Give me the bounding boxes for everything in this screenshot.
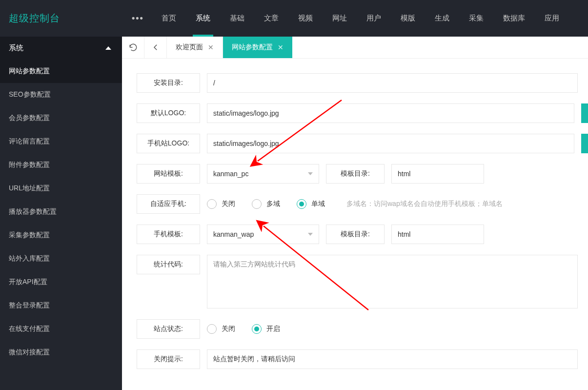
upload-mobile-logo-button[interactable]: [581, 134, 588, 153]
input-mobile-logo[interactable]: [207, 134, 574, 153]
radio-label: 开启: [266, 325, 280, 333]
sidebar-item-seo[interactable]: SEO参数配置: [0, 83, 122, 106]
select-mobile-template-value: kanman_wap: [213, 230, 254, 238]
row-site-status: 站点状态: 关闭 开启: [137, 319, 588, 339]
nav-home[interactable]: 首页: [152, 0, 186, 37]
radio-icon: [207, 324, 217, 334]
radio-status-on[interactable]: 开启: [252, 324, 280, 334]
tab-label: 网站参数配置: [232, 43, 273, 52]
tab-label: 欢迎页面: [176, 43, 203, 52]
sidebar-item-comment[interactable]: 评论留言配置: [0, 130, 122, 153]
sidebar-item-openapi[interactable]: 开放API配置: [0, 270, 122, 294]
label-site-status: 站点状态:: [137, 319, 200, 339]
radio-group-site-status: 关闭 开启: [207, 319, 280, 339]
nav-video[interactable]: 视频: [288, 0, 323, 37]
main-panel: 欢迎页面 ✕ 网站参数配置 ✕ 安装目录: 默认LOGO: 手机站LOGO:: [122, 37, 588, 390]
select-site-template-value: kanman_pc: [213, 170, 248, 178]
caret-down-icon: [308, 233, 313, 236]
topbar: 超级控制台 ••• 首页 系统 基础 文章 视频 网址 用户 模版 生成 采集 …: [0, 0, 588, 37]
radio-icon: [297, 199, 306, 209]
input-default-logo[interactable]: [207, 103, 574, 123]
textarea-stats-code[interactable]: 请输入第三方网站统计代码: [207, 255, 578, 308]
close-icon[interactable]: ✕: [208, 43, 214, 51]
row-install-dir: 安装目录:: [137, 73, 588, 93]
row-close-tip: 关闭提示:: [137, 349, 588, 369]
select-mobile-template[interactable]: kanman_wap: [207, 225, 319, 244]
sidebar-item-wechat[interactable]: 微信对接配置: [0, 341, 122, 364]
caret-up-icon: [105, 46, 111, 50]
topnav: 首页 系统 基础 文章 视频 网址 用户 模版 生成 采集 数据库 应用: [152, 0, 569, 37]
refresh-icon: [129, 43, 138, 52]
radio-adaptive-multi[interactable]: 多域: [252, 199, 280, 209]
label-install-dir: 安装目录:: [137, 73, 200, 93]
nav-base[interactable]: 基础: [220, 0, 254, 37]
radio-label: 单域: [311, 200, 325, 208]
radio-icon: [252, 199, 262, 209]
sidebar-item-payment[interactable]: 在线支付配置: [0, 317, 122, 341]
label-mobile-template: 手机模板:: [137, 225, 200, 244]
back-button[interactable]: [144, 37, 167, 58]
row-adaptive: 自适应手机: 关闭 多域 单域 多域名：访问wap域名会自动使用手: [137, 194, 588, 214]
nav-app[interactable]: 应用: [535, 0, 569, 37]
adaptive-hint: 多域名：访问wap域名会自动使用手机模板；单域名: [346, 194, 503, 214]
close-icon[interactable]: ✕: [278, 43, 284, 51]
radio-icon: [207, 199, 217, 209]
label-adaptive: 自适应手机:: [137, 194, 200, 214]
radio-adaptive-single[interactable]: 单域: [297, 199, 325, 209]
nav-user[interactable]: 用户: [357, 0, 391, 37]
nav-system[interactable]: 系统: [186, 0, 220, 37]
upload-default-logo-button[interactable]: [581, 103, 588, 123]
radio-label: 多域: [266, 200, 280, 208]
input-mobile-template-dir[interactable]: [391, 225, 484, 244]
caret-down-icon: [308, 172, 313, 175]
sidebar-group-system[interactable]: 系统: [0, 37, 122, 60]
radio-adaptive-off[interactable]: 关闭: [207, 199, 235, 209]
label-stats-code: 统计代码:: [137, 255, 200, 274]
select-site-template[interactable]: kanman_pc: [207, 164, 319, 184]
tab-site-params[interactable]: 网站参数配置 ✕: [223, 37, 292, 58]
sidebar: 系统 网站参数配置 SEO参数配置 会员参数配置 评论留言配置 附件参数配置 U…: [0, 37, 122, 390]
label-mobile-logo: 手机站LOGO:: [137, 134, 200, 153]
radio-label: 关闭: [222, 325, 235, 333]
more-icon[interactable]: •••: [128, 13, 148, 23]
input-close-tip[interactable]: [207, 349, 578, 369]
chevron-left-icon: [151, 43, 160, 52]
sidebar-item-oauth[interactable]: 整合登录配置: [0, 294, 122, 317]
label-template-dir: 模板目录:: [326, 164, 385, 184]
refresh-button[interactable]: [122, 37, 144, 58]
tab-welcome[interactable]: 欢迎页面 ✕: [167, 37, 223, 58]
sidebar-item-site-params[interactable]: 网站参数配置: [0, 60, 122, 83]
radio-group-adaptive: 关闭 多域 单域: [207, 194, 325, 214]
sidebar-item-attachment[interactable]: 附件参数配置: [0, 153, 122, 177]
sidebar-item-player[interactable]: 播放器参数配置: [0, 200, 122, 224]
radio-icon: [252, 324, 262, 334]
sidebar-item-member[interactable]: 会员参数配置: [0, 106, 122, 130]
brand-title[interactable]: 超级控制台: [0, 12, 122, 25]
radio-status-off[interactable]: 关闭: [207, 324, 235, 334]
form-area: 安装目录: 默认LOGO: 手机站LOGO: 网站模板: kanman_pc: [122, 59, 588, 390]
nav-url[interactable]: 网址: [323, 0, 357, 37]
input-install-dir[interactable]: [207, 73, 578, 93]
nav-generate[interactable]: 生成: [425, 0, 459, 37]
sidebar-item-url[interactable]: URL地址配置: [0, 177, 122, 200]
nav-article[interactable]: 文章: [254, 0, 288, 37]
radio-label: 关闭: [222, 200, 235, 208]
row-mobile-logo: 手机站LOGO:: [137, 134, 588, 153]
row-default-logo: 默认LOGO:: [137, 103, 588, 123]
label-mobile-template-dir: 模板目录:: [326, 225, 385, 244]
label-close-tip: 关闭提示:: [137, 349, 200, 369]
tabbar: 欢迎页面 ✕ 网站参数配置 ✕: [122, 37, 588, 59]
sidebar-item-external[interactable]: 站外入库配置: [0, 247, 122, 270]
row-site-template: 网站模板: kanman_pc 模板目录:: [137, 164, 588, 184]
nav-template[interactable]: 模版: [391, 0, 425, 37]
label-default-logo: 默认LOGO:: [137, 103, 200, 123]
label-site-template: 网站模板:: [137, 164, 200, 184]
row-stats-code: 统计代码: 请输入第三方网站统计代码: [137, 255, 588, 308]
row-mobile-template: 手机模板: kanman_wap 模板目录:: [137, 225, 588, 244]
nav-collect[interactable]: 采集: [459, 0, 493, 37]
sidebar-group-label: 系统: [9, 43, 23, 53]
nav-database[interactable]: 数据库: [493, 0, 535, 37]
input-template-dir[interactable]: [391, 164, 484, 184]
sidebar-item-collect[interactable]: 采集参数配置: [0, 224, 122, 247]
